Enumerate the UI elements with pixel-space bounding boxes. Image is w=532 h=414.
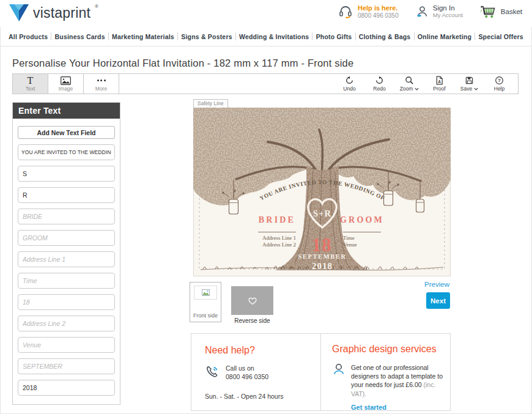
reverse-side-label: Reverse side bbox=[231, 317, 273, 324]
groom-text[interactable]: GROOM bbox=[340, 215, 384, 224]
add-text-field-button[interactable]: Add New Text Field bbox=[18, 126, 115, 139]
zoom-label: Zoom bbox=[400, 86, 413, 92]
enter-text-header: Enter Text bbox=[13, 103, 120, 119]
redo-button[interactable]: Redo bbox=[364, 76, 394, 92]
help-button[interactable]: ? Help bbox=[484, 76, 514, 92]
support-phone-number: 0800 496 0350 bbox=[226, 373, 268, 382]
support-panel: Need help? Call us on 0800 496 0350 Sun.… bbox=[191, 333, 451, 411]
text-field-initial-s[interactable] bbox=[18, 166, 115, 182]
month-text[interactable]: SEPTEMBER bbox=[298, 253, 346, 260]
time-text[interactable]: Time bbox=[343, 235, 355, 241]
need-help-heading: Need help? bbox=[205, 345, 320, 356]
proof-label: Proof bbox=[433, 86, 445, 92]
nav-clothing-bags[interactable]: Clothing & Bags bbox=[359, 33, 411, 40]
phone-icon bbox=[205, 364, 220, 379]
tab-image-label: Image bbox=[59, 86, 73, 92]
help-contact[interactable]: Help is here. 0800 496 0350 bbox=[338, 4, 399, 19]
save-button[interactable]: Save bbox=[454, 76, 484, 92]
front-side-thumbnail[interactable]: Front side bbox=[190, 282, 221, 322]
text-field-invited[interactable] bbox=[18, 144, 115, 160]
call-us-label: Call us on bbox=[226, 364, 268, 373]
nav-online-marketing[interactable]: Online Marketing bbox=[418, 33, 471, 40]
image-tool-icon bbox=[61, 76, 71, 85]
year-text[interactable]: 2018 bbox=[312, 261, 333, 271]
zoom-icon bbox=[405, 76, 414, 85]
logo-wordmark: vistaprint bbox=[33, 4, 91, 22]
text-field-year[interactable] bbox=[18, 380, 115, 396]
help-icon: ? bbox=[495, 76, 504, 85]
proof-button[interactable]: A Proof bbox=[424, 76, 454, 92]
front-thumbnail-preview bbox=[194, 286, 217, 300]
vistaprint-logo[interactable]: vistaprint ® bbox=[9, 4, 98, 22]
venue-text[interactable]: Venue bbox=[343, 242, 357, 248]
image-placeholder-icon bbox=[202, 289, 210, 296]
nav-divider bbox=[108, 32, 109, 40]
site-header: vistaprint ® Help is here. 0800 496 0350 bbox=[0, 0, 532, 27]
bride-text[interactable]: BRIDE bbox=[259, 215, 295, 224]
vistaprint-editor-page: vistaprint ® Help is here. 0800 496 0350 bbox=[0, 0, 532, 414]
tab-image[interactable]: Image bbox=[48, 74, 84, 94]
nav-divider bbox=[177, 32, 178, 40]
text-field-initial-r[interactable] bbox=[18, 187, 115, 203]
chevron-down-icon bbox=[474, 87, 478, 91]
nav-business-cards[interactable]: Business Cards bbox=[55, 33, 105, 40]
tab-more-label: More bbox=[95, 86, 107, 92]
nav-signs-posters[interactable]: Signs & Posters bbox=[181, 33, 232, 40]
text-field-address-1[interactable] bbox=[18, 251, 115, 267]
main-nav: All Products Business Cards Marketing Ma… bbox=[0, 27, 532, 46]
address-line-2-text[interactable]: Address Line 2 bbox=[262, 242, 296, 248]
help-phone: 0800 496 0350 bbox=[358, 12, 399, 20]
nav-divider bbox=[475, 32, 475, 40]
nav-special-offers[interactable]: Special Offers bbox=[478, 33, 523, 40]
design-services-section: Graphic design services Get one of our p… bbox=[320, 334, 450, 410]
undo-button[interactable]: Undo bbox=[334, 76, 364, 92]
designer-icon bbox=[332, 363, 345, 375]
nav-divider bbox=[312, 32, 312, 40]
redo-label: Redo bbox=[373, 86, 385, 92]
proof-pdf-icon: A bbox=[435, 76, 444, 85]
design-canvas[interactable]: YOU ARE INVITED TO THE WEDDING OF BRIDE … bbox=[193, 108, 451, 276]
text-field-day[interactable] bbox=[18, 294, 115, 310]
nav-all-products[interactable]: All Products bbox=[9, 33, 48, 40]
header-utilities: Help is here. 0800 496 0350 Sign In My A… bbox=[338, 4, 522, 19]
editor-toolbar: T Text Image More Undo bbox=[12, 73, 519, 94]
day-text[interactable]: 18 bbox=[312, 234, 332, 256]
text-field-time[interactable] bbox=[18, 273, 115, 289]
sign-in[interactable]: Sign In My Account bbox=[416, 4, 463, 19]
heart-icon bbox=[248, 297, 257, 305]
save-label: Save bbox=[460, 86, 472, 92]
preview-link[interactable]: Preview bbox=[397, 281, 449, 288]
basket[interactable]: Basket bbox=[480, 5, 522, 18]
text-field-bride[interactable] bbox=[18, 209, 115, 224]
tab-text[interactable]: T Text bbox=[13, 74, 48, 94]
headset-icon bbox=[338, 4, 353, 19]
save-floppy-icon bbox=[465, 76, 474, 85]
redo-icon bbox=[375, 76, 384, 85]
tab-text-label: Text bbox=[26, 86, 35, 92]
initials-text[interactable]: S+R bbox=[313, 209, 331, 218]
nav-divider bbox=[414, 32, 415, 40]
zoom-button[interactable]: Zoom bbox=[394, 76, 424, 92]
text-field-venue[interactable] bbox=[18, 337, 115, 353]
opening-hours: Sun. - Sat. - Open 24 hours bbox=[205, 393, 320, 400]
nav-wedding-invitations[interactable]: Wedding & Invitations bbox=[239, 33, 309, 40]
text-field-month[interactable] bbox=[18, 358, 115, 374]
get-started-link[interactable]: Get started bbox=[351, 404, 450, 411]
nav-marketing-materials[interactable]: Marketing Materials bbox=[112, 33, 174, 40]
chevron-down-icon bbox=[415, 87, 419, 91]
next-button[interactable]: Next bbox=[426, 292, 450, 309]
undo-icon bbox=[345, 76, 354, 85]
page-title: Personalise Your Horizontal Flat Invitat… bbox=[12, 57, 353, 69]
need-help-section: Need help? Call us on 0800 496 0350 Sun.… bbox=[191, 334, 320, 410]
call-us-row[interactable]: Call us on 0800 496 0350 bbox=[205, 364, 320, 381]
nav-photo-gifts[interactable]: Photo Gifts bbox=[316, 33, 352, 40]
text-field-address-2[interactable] bbox=[18, 316, 115, 331]
basket-cart-icon bbox=[480, 5, 496, 18]
vistaprint-v-icon bbox=[9, 4, 29, 22]
more-options-icon bbox=[97, 76, 106, 85]
address-line-1-text[interactable]: Address Line 1 bbox=[262, 235, 296, 241]
front-side-label: Front side bbox=[190, 312, 221, 319]
reverse-side-thumbnail[interactable]: Reverse side bbox=[231, 286, 273, 324]
text-field-groom[interactable] bbox=[18, 230, 115, 246]
tab-more[interactable]: More bbox=[84, 74, 119, 94]
